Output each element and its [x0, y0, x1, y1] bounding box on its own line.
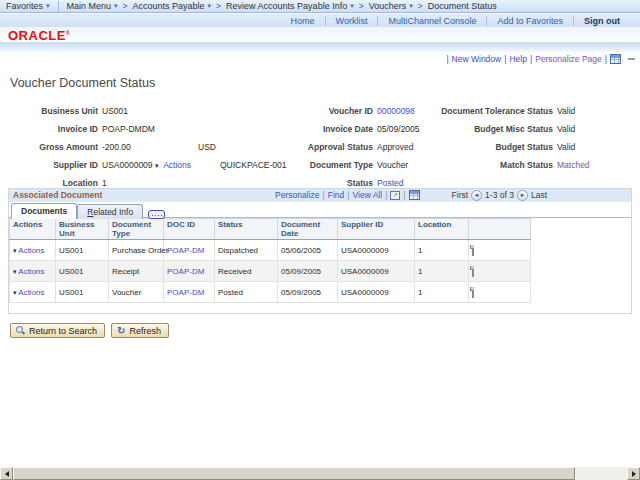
- pagination-first-label[interactable]: First: [452, 190, 469, 200]
- column-header-empty: [469, 219, 531, 240]
- document-icon[interactable]: [472, 245, 474, 256]
- match-status-link[interactable]: Matched: [557, 160, 590, 170]
- scrollbar-thumb[interactable]: [13, 467, 575, 480]
- application-window: Favorites ▾ Main Menu ▾ > Accounts Payab…: [0, 0, 640, 480]
- field-label: Voucher ID: [230, 102, 377, 120]
- multichannel-console-link[interactable]: MultiChannel Console: [377, 16, 486, 26]
- field-label: Supplier ID: [0, 156, 102, 174]
- cell-location: 1: [415, 240, 469, 261]
- page-buttons: Return to Search ↻ Refresh: [10, 323, 169, 338]
- new-window-link[interactable]: New Window: [452, 54, 502, 64]
- grid-tabstrip: DocumentsRelated Info: [9, 202, 631, 218]
- separator: |: [530, 54, 532, 64]
- separator: |: [323, 190, 325, 200]
- view-all-link[interactable]: View All: [353, 190, 383, 200]
- field-label: Document Tolerance Status: [410, 102, 557, 120]
- page-action-links: | New Window | Help | Personalize Page |: [446, 54, 635, 64]
- favorites-menu[interactable]: Favorites ▾: [6, 1, 50, 11]
- supplier-actions-caret-icon[interactable]: ▾: [155, 162, 159, 170]
- status-link[interactable]: Posted: [377, 178, 403, 188]
- page-title: Voucher Document Status: [10, 76, 155, 90]
- cell-document-date: 05/09/2005: [278, 261, 338, 282]
- row-actions-link[interactable]: Actions: [18, 288, 44, 297]
- show-tabs-keyboard-icon[interactable]: [148, 210, 165, 219]
- cell-document-type: Receipt: [109, 261, 164, 282]
- home-link[interactable]: Home: [281, 16, 325, 26]
- personalize-link[interactable]: Personalize: [275, 190, 319, 200]
- associated-document-groupbox: Associated Document Personalize | Find |…: [8, 188, 632, 314]
- breadcrumb-separator: >: [216, 1, 221, 11]
- brand-bar: ORACLE®: [0, 27, 640, 42]
- separator: |: [403, 190, 405, 200]
- caret-down-icon: ▾: [46, 3, 50, 10]
- currency-code: USD: [198, 138, 216, 156]
- sign-out-link[interactable]: Sign out: [573, 16, 630, 26]
- caret-down-icon: ▾: [409, 3, 413, 10]
- column-header-location: Location: [415, 219, 469, 240]
- download-grid-icon[interactable]: [409, 190, 420, 200]
- breadcrumb-item-main-menu[interactable]: Main Menu ▾: [67, 1, 118, 11]
- row-actions-caret-icon[interactable]: ▾: [13, 289, 17, 297]
- field-label: Business Unit: [0, 102, 102, 120]
- column-header-doc-id: DOC ID: [164, 219, 215, 240]
- separator: |: [385, 190, 387, 200]
- pagination-last-label[interactable]: Last: [531, 190, 547, 200]
- scroll-right-button[interactable]: [627, 467, 640, 480]
- business-unit-value: US001: [102, 106, 128, 116]
- column-header-document-type: Document Type: [109, 219, 164, 240]
- tab-related-info[interactable]: Related Info: [77, 204, 143, 219]
- doc-id-link[interactable]: POAP-DM: [167, 267, 204, 276]
- return-to-search-icon: [16, 326, 25, 335]
- doc-id-link[interactable]: POAP-DM: [167, 288, 204, 297]
- find-link[interactable]: Find: [328, 190, 345, 200]
- return-to-search-button[interactable]: Return to Search: [10, 323, 105, 338]
- breadcrumb-item-review-ap-info[interactable]: Review Accounts Payable Info ▾: [226, 1, 354, 11]
- horizontal-scrollbar[interactable]: [0, 467, 640, 480]
- zoom-popup-icon[interactable]: ↗: [390, 191, 400, 200]
- personalize-layout-grid-icon[interactable]: [610, 54, 621, 64]
- field-label: Gross Amount: [0, 138, 102, 156]
- breadcrumb-separator: >: [418, 1, 423, 11]
- cell-location: 1: [415, 282, 469, 303]
- scroll-left-button[interactable]: [0, 467, 13, 480]
- table-row: ▾ Actions US001 Voucher POAP-DM Posted 0…: [10, 282, 531, 303]
- breadcrumb-item-vouchers[interactable]: Vouchers ▾: [369, 1, 413, 11]
- cell-document-date: 05/09/2005: [278, 282, 338, 303]
- supplier-actions-link[interactable]: Actions: [163, 160, 191, 170]
- location-value: 1: [102, 178, 107, 188]
- row-actions-link[interactable]: Actions: [18, 246, 44, 255]
- cell-status: Dispatched: [215, 240, 278, 261]
- row-actions-link[interactable]: Actions: [18, 267, 44, 276]
- help-link[interactable]: Help: [509, 54, 526, 64]
- tab-documents[interactable]: Documents: [11, 203, 77, 219]
- caret-down-icon: ▾: [350, 3, 354, 10]
- field-label: Invoice Date: [230, 120, 377, 138]
- table-row: ▾ Actions US001 Receipt POAP-DM Received…: [10, 261, 531, 282]
- personalize-page-link[interactable]: Personalize Page: [535, 54, 602, 64]
- scroll-right-arrow-icon: [632, 471, 639, 477]
- add-to-favorites-link[interactable]: Add to Favorites: [486, 16, 573, 26]
- refresh-button[interactable]: ↻ Refresh: [111, 323, 169, 338]
- budget-status-value: Valid: [557, 142, 575, 152]
- cell-status: Received: [215, 261, 278, 282]
- refresh-icon: ↻: [117, 326, 125, 336]
- cell-supplier-id: USA0000009: [338, 282, 415, 303]
- breadcrumb-item-document-status: Document Status: [428, 1, 497, 11]
- table-header-row: Actions Business Unit Document Type DOC …: [10, 219, 531, 240]
- worklist-link[interactable]: Worklist: [325, 16, 378, 26]
- next-page-icon[interactable]: ▸: [517, 190, 528, 201]
- row-actions-caret-icon[interactable]: ▾: [13, 247, 17, 255]
- document-icon[interactable]: [472, 287, 474, 298]
- field-label: Document Type: [230, 156, 377, 174]
- cell-document-type: Voucher: [109, 282, 164, 303]
- breadcrumb-item-accounts-payable[interactable]: Accounts Payable ▾: [133, 1, 212, 11]
- doc-id-link[interactable]: POAP-DM: [167, 246, 204, 255]
- gross-amount-value: -200.00: [102, 142, 131, 152]
- pagination-range: 1-3 of 3: [485, 190, 514, 200]
- document-icon[interactable]: [472, 266, 474, 277]
- grid-pagination: First ◂ 1-3 of 3 ▸ Last: [452, 190, 547, 201]
- row-actions-caret-icon[interactable]: ▾: [13, 268, 17, 276]
- previous-page-icon[interactable]: ◂: [471, 190, 482, 201]
- header-separator-band: [0, 42, 640, 52]
- divider: [58, 1, 59, 12]
